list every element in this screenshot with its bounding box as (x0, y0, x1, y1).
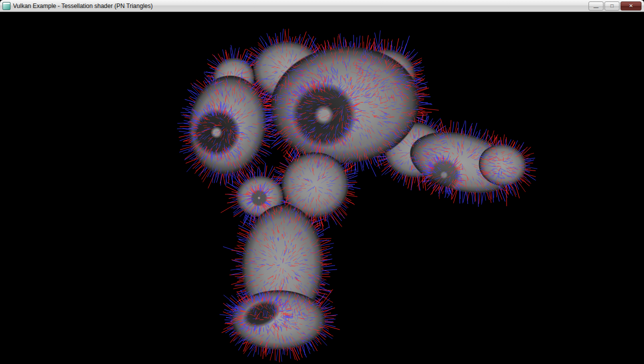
window-title: Vulkan Example - Tessellation shader (PN… (13, 2, 152, 10)
close-button[interactable]: ✕ (620, 2, 642, 10)
minimize-icon: — (594, 5, 598, 10)
maximize-button[interactable]: □ (604, 2, 620, 10)
viewport-canvas[interactable] (0, 12, 644, 364)
app-window: Vulkan Example - Tessellation shader (PN… (0, 0, 644, 364)
title-bar[interactable]: Vulkan Example - Tessellation shader (PN… (0, 0, 644, 12)
app-icon (2, 2, 10, 10)
close-icon: ✕ (629, 4, 633, 8)
minimize-button[interactable]: — (588, 2, 604, 10)
window-controls: — □ ✕ (588, 2, 642, 10)
maximize-icon: □ (610, 4, 614, 8)
